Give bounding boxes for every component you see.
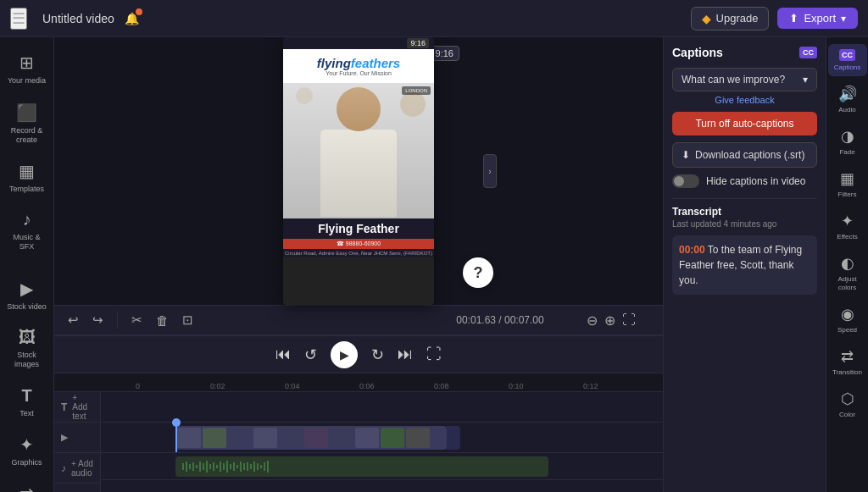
music-icon: ♪ (23, 210, 31, 229)
hide-captions-row: Hide captions in video (672, 174, 817, 188)
sidebar-item-graphics[interactable]: ✦ Graphics (3, 428, 51, 473)
sidebar-item-audio[interactable]: 🔊 Audio (828, 80, 867, 119)
video-title-bar: Flying Feather (283, 218, 434, 239)
cc-badge: CC (799, 47, 817, 58)
clip-thumbnail-4 (253, 428, 277, 448)
audio-track-label[interactable]: ♪ + Add audio (54, 453, 100, 484)
cut-button[interactable]: ✂ (128, 311, 146, 329)
zoom-in-button[interactable]: ⊕ (604, 312, 615, 329)
sidebar-item-adjust-colors[interactable]: ◐ Adjustcolors (828, 249, 867, 296)
waveform-svg (182, 460, 538, 473)
upgrade-button[interactable]: ◆ Upgrade (691, 7, 770, 30)
svg-rect-2 (189, 464, 191, 469)
fit-to-screen-button[interactable]: ⛶ (622, 312, 636, 329)
toggle-knob (674, 176, 684, 186)
clip-thumbnail-7 (330, 428, 353, 448)
svg-rect-23 (260, 465, 262, 468)
notification-icon[interactable]: 🔔 (125, 12, 139, 25)
skip-to-end-button[interactable]: ⏭ (398, 346, 413, 363)
svg-rect-9 (213, 462, 214, 471)
clip-thumbnail-8 (355, 428, 379, 448)
video-top-bar: 9:16 (283, 37, 434, 49)
ruler-ticks: 0 0:02 0:04 0:06 0:08 0:10 0:12 (61, 373, 663, 392)
color-icon: ⬡ (841, 390, 854, 408)
location-badge: LONDON (402, 86, 431, 95)
svg-rect-20 (250, 464, 252, 469)
svg-rect-15 (233, 462, 235, 471)
captions-icon: CC (839, 49, 855, 61)
skip-to-start-button[interactable]: ⏮ (275, 346, 291, 363)
undo-button[interactable]: ↩ (64, 311, 82, 329)
sidebar-item-stock-video[interactable]: ▶ Stock video (3, 272, 51, 318)
video-preview: 9:16 flyingfeathers Your Future. Our Mis… (283, 37, 434, 305)
rewind-button[interactable]: ↺ (304, 346, 317, 364)
svg-rect-5 (199, 462, 201, 472)
sidebar-item-transitions[interactable]: ⇄ Transitions (3, 477, 51, 492)
collapse-panel-button[interactable]: › (483, 154, 497, 188)
svg-rect-25 (267, 461, 269, 473)
flying-feathers-tagline: Your Future. Our Mission (326, 70, 392, 76)
audio-track-row (101, 453, 663, 480)
sidebar-item-fade[interactable]: ◑ Fade (828, 122, 867, 161)
clip-thumbnail-5 (279, 428, 303, 448)
svg-rect-13 (226, 461, 228, 473)
hide-captions-toggle[interactable] (672, 174, 699, 188)
forward-button[interactable]: ↻ (371, 346, 384, 364)
help-button[interactable]: ? (463, 257, 493, 288)
export-button[interactable]: ⬆ Export ▾ (777, 8, 858, 29)
delete-button[interactable]: 🗑 (153, 312, 172, 329)
notif-dot (136, 8, 142, 15)
playhead[interactable] (175, 423, 177, 452)
sidebar-item-your-media[interactable]: ⊞ Your media (3, 46, 51, 92)
fullscreen-button[interactable]: ⛶ (426, 346, 442, 363)
auto-captions-button[interactable]: Turn off auto-captions (672, 112, 817, 135)
flying-feathers-logo: flyingfeathers (317, 56, 400, 70)
timeline-tracks[interactable] (101, 392, 663, 492)
play-button[interactable]: ▶ (331, 341, 358, 368)
clip-thumbnail-10 (406, 428, 430, 448)
text-icon: T (21, 386, 31, 406)
feedback-link[interactable]: Give feedback (672, 95, 817, 105)
menu-button[interactable]: ☰ (10, 8, 27, 30)
sidebar-item-music-sfx[interactable]: ♪ Music & SFX (3, 203, 51, 258)
svg-rect-1 (186, 462, 187, 472)
sidebar-item-effects[interactable]: ✦ Effects (828, 207, 867, 246)
svg-rect-7 (206, 461, 208, 473)
effects-icon: ✦ (841, 212, 854, 230)
sidebar-item-color[interactable]: ⬡ Color (828, 384, 867, 423)
video-clip[interactable] (175, 426, 447, 450)
sidebar-item-stock-images[interactable]: 🖼 Stockimages (3, 321, 51, 376)
text-track-icon: T (61, 401, 67, 413)
sidebar-item-text[interactable]: T Text (3, 379, 51, 424)
clip-thumbnail-6 (304, 428, 328, 448)
sidebar-item-record-create[interactable]: ⬛ Record &create (3, 96, 51, 152)
audio-track-icon: ♪ (61, 462, 66, 474)
transcript-section: Transcript Last updated 4 minutes ago 00… (672, 198, 817, 295)
copy-button[interactable]: ⊡ (179, 311, 197, 329)
sidebar-item-transition[interactable]: ⇄ Transition (828, 342, 867, 381)
text-track-label[interactable]: T + Add text (54, 392, 100, 423)
timeline-controls: ↩ ↪ ✂ 🗑 ⊡ 00:01.63 / 00:07.00 ⊖ ⊕ ⛶ (54, 305, 663, 335)
svg-rect-17 (240, 462, 242, 472)
clip-thumbnail-3 (228, 428, 252, 448)
sidebar-item-filters[interactable]: ▦ Filters (828, 164, 867, 203)
time-display: 00:01.63 / 00:07.00 (456, 314, 543, 326)
sidebar-item-templates[interactable]: ▦ Templates (3, 154, 51, 200)
captions-content: Captions CC What can we improve? ▾ Give … (664, 37, 826, 492)
sidebar-item-speed[interactable]: ◉ Speed (828, 300, 867, 339)
video-track-label[interactable]: ▶ (54, 423, 100, 453)
diamond-icon: ◆ (702, 12, 711, 25)
timeline-area: 0 0:02 0:04 0:06 0:08 0:10 0:12 T + Add … (54, 373, 663, 492)
improve-button[interactable]: What can we improve? ▾ (672, 68, 817, 91)
zoom-out-button[interactable]: ⊖ (587, 312, 598, 329)
topbar: ☰ Untitled video 🔔 ◆ Upgrade ⬆ Export ▾ (0, 0, 868, 37)
transcript-text[interactable]: 00:00 To the team of Flying Feather free… (672, 235, 817, 295)
panel-header: Captions CC (672, 46, 817, 59)
playhead-head (172, 418, 181, 427)
download-srt-button[interactable]: ⬇ Download captions (.srt) (672, 142, 817, 168)
svg-rect-19 (247, 462, 248, 471)
redo-button[interactable]: ↪ (89, 311, 107, 329)
sidebar-item-captions[interactable]: CC Captions (828, 44, 867, 76)
upload-icon: ⬆ (789, 12, 798, 25)
timeline-left-col: T + Add text ▶ ♪ + Add audio (54, 392, 101, 492)
